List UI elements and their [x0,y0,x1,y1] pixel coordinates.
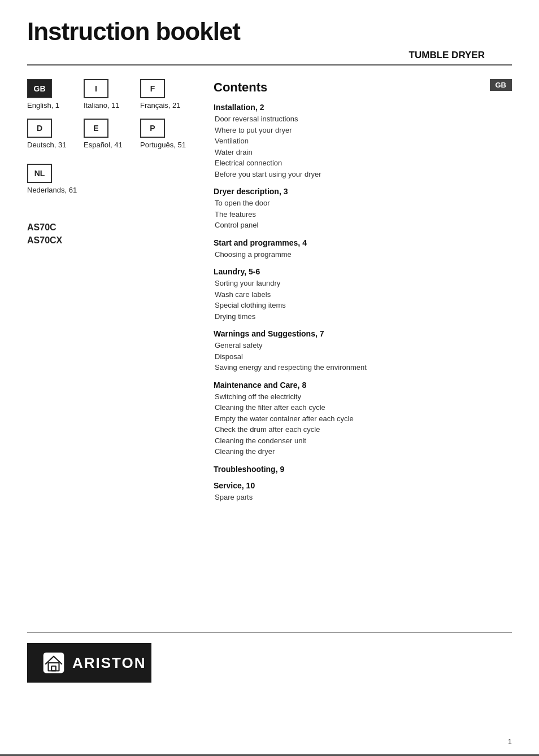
lang-box-i: I [84,79,108,98]
gb-badge: GB [490,79,512,91]
list-item: Cleaning the dryer [214,446,512,457]
list-item: Cleaning the condenser unit [214,435,512,447]
section-heading-warnings: Warnings and Suggestions, 7 [214,329,512,338]
list-item: Wash care labels [214,289,512,300]
lang-row-nl: NL Nederlands, 61 [27,164,197,203]
lang-cell-nl: NL Nederlands, 61 [27,164,197,203]
right-column: GB Contents Installation, 2 Door reversa… [208,79,512,502]
list-item: Spare parts [214,492,512,503]
language-grid: GB English, 1 I Italiano, 11 F Français,… [27,79,197,158]
lang-label-p: Português, 51 [140,141,186,149]
section-items-installation: Door reversal instructions Where to put … [214,113,512,180]
section-installation: Installation, 2 Door reversal instructio… [214,103,512,180]
list-item: Saving energy and respecting the environ… [214,362,512,373]
content-area: GB English, 1 I Italiano, 11 F Français,… [0,65,539,502]
section-laundry: Laundry, 5-6 Sorting your laundry Wash c… [214,267,512,322]
tumble-dryer-label: TUMBLE DRYER [27,45,512,64]
spacer [0,502,539,615]
lang-cell-f: F Français, 21 [140,79,197,119]
lang-label-d: Deutsch, 31 [27,141,66,149]
lang-label-i: Italiano, 11 [84,101,120,110]
lang-cell-gb: GB English, 1 [27,79,84,119]
header: Instruction booklet TUMBLE DRYER [0,0,539,64]
model-codes: AS70C AS70CX [27,221,197,247]
lang-cell-e: E Español, 41 [84,119,140,158]
lang-box-p: P [140,119,165,138]
lang-label-f: Français, 21 [140,101,181,110]
list-item: General safety [214,340,512,351]
lang-box-nl: NL [27,164,52,183]
lang-box-gb: GB [27,79,52,98]
list-item: Water drain [214,147,512,158]
section-items-start-programmes: Choosing a programme [214,249,512,260]
list-item: Check the drum after each cycle [214,424,512,435]
lang-box-f: F [140,79,165,98]
section-service: Service, 10 Spare parts [214,481,512,503]
list-item: Drying times [214,311,512,322]
ariston-brand-text: ARISTON [72,654,146,672]
lang-cell-i: I Italiano, 11 [84,79,140,119]
section-items-warnings: General safety Disposal Saving energy an… [214,340,512,373]
ariston-house-icon [43,652,64,674]
section-items-service: Spare parts [214,492,512,503]
list-item: Before you start using your dryer [214,169,512,180]
list-item: Electrical connection [214,158,512,169]
model-as70c: AS70C [27,221,197,234]
list-item: Empty the water container after each cyc… [214,413,512,425]
lang-label-nl: Nederlands, 61 [27,186,77,194]
section-heading-installation: Installation, 2 [214,103,512,112]
bottom-area: ARISTON [0,633,539,694]
list-item: Ventilation [214,136,512,147]
section-items-maintenance: Switching off the electricity Cleaning t… [214,391,512,457]
page-wrapper: Instruction booklet TUMBLE DRYER GB Engl… [0,0,539,756]
section-warnings: Warnings and Suggestions, 7 General safe… [214,329,512,373]
section-heading-maintenance: Maintenance and Care, 8 [214,381,512,390]
lang-box-e: E [84,119,108,138]
lang-box-d: D [27,119,52,138]
lang-label-e: Español, 41 [84,141,123,149]
page-number: 1 [508,737,512,746]
list-item: Control panel [214,220,512,231]
section-heading-dryer-description: Dryer description, 3 [214,187,512,196]
contents-title: Contents [214,80,512,95]
list-item: Disposal [214,351,512,362]
section-heading-troubleshooting: Troubleshooting, 9 [214,465,512,474]
model-as70cx: AS70CX [27,234,197,247]
ariston-logo: ARISTON [27,643,151,683]
section-heading-laundry: Laundry, 5-6 [214,267,512,276]
list-item: Where to put your dryer [214,125,512,136]
lang-cell-p: P Português, 51 [140,119,197,158]
list-item: Special clothing items [214,300,512,311]
left-column: GB English, 1 I Italiano, 11 F Français,… [27,79,208,502]
main-title: Instruction booklet [27,18,512,45]
lang-cell-d: D Deutsch, 31 [27,119,84,158]
list-item: To open the door [214,198,512,209]
section-troubleshooting: Troubleshooting, 9 [214,465,512,474]
section-heading-service: Service, 10 [214,481,512,490]
list-item: Sorting your laundry [214,278,512,289]
section-maintenance: Maintenance and Care, 8 Switching off th… [214,381,512,457]
section-items-dryer-description: To open the door The features Control pa… [214,198,512,231]
list-item: Door reversal instructions [214,113,512,125]
lang-label-gb: English, 1 [27,101,59,110]
section-start-programmes: Start and programmes, 4 Choosing a progr… [214,238,512,260]
list-item: Choosing a programme [214,249,512,260]
list-item: The features [214,209,512,220]
list-item: Switching off the electricity [214,391,512,403]
list-item: Cleaning the filter after each cycle [214,402,512,413]
section-heading-start-programmes: Start and programmes, 4 [214,238,512,247]
section-dryer-description: Dryer description, 3 To open the door Th… [214,187,512,231]
section-items-laundry: Sorting your laundry Wash care labels Sp… [214,278,512,322]
